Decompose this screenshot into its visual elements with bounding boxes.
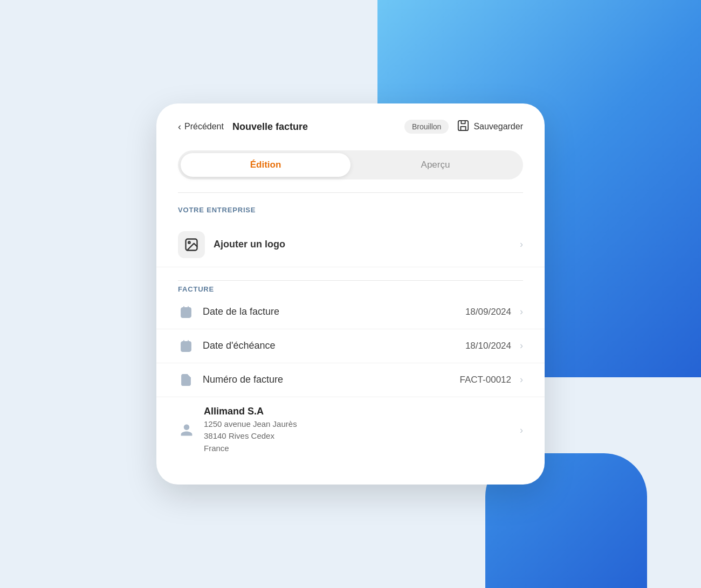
numero-label: Numéro de facture xyxy=(203,374,283,385)
svg-point-3 xyxy=(188,241,190,244)
svg-rect-1 xyxy=(461,127,466,130)
tabs-divider xyxy=(178,192,523,193)
section-divider xyxy=(178,280,523,281)
numero-chevron-icon: › xyxy=(520,374,523,385)
client-content: Allimand S.A 1250 avenue Jean Jaurès 381… xyxy=(204,406,511,455)
votre-entreprise-section-label: VOTRE ENTREPRISE xyxy=(178,206,523,214)
svg-rect-10 xyxy=(181,342,191,351)
client-address: 1250 avenue Jean Jaurès 38140 Rives Cede… xyxy=(204,418,511,455)
tabs-container: Édition Aperçu xyxy=(178,150,523,179)
numero-facture-item[interactable]: Numéro de facture FACT-00012 › xyxy=(156,363,545,397)
svg-rect-14 xyxy=(183,347,185,349)
save-icon xyxy=(457,120,469,134)
date-facture-value: 18/09/2024 xyxy=(465,307,511,317)
calendar-icon xyxy=(178,304,194,320)
calendar-echeance-icon xyxy=(178,338,194,354)
save-label: Sauvegarder xyxy=(473,122,523,132)
svg-rect-8 xyxy=(183,313,185,315)
numero-value: FACT-00012 xyxy=(460,375,511,385)
date-facture-chevron-icon: › xyxy=(520,306,523,317)
tab-edition[interactable]: Édition xyxy=(181,153,350,177)
client-country: France xyxy=(204,444,229,453)
date-echeance-content: Date d'échéance xyxy=(203,340,457,351)
phone-card: ‹ Précédent Nouvelle facture Brouillon S… xyxy=(156,103,545,485)
header: ‹ Précédent Nouvelle facture Brouillon S… xyxy=(156,103,545,145)
date-echeance-item[interactable]: Date d'échéance 18/10/2024 › xyxy=(156,329,545,363)
client-name: Allimand S.A xyxy=(204,406,511,417)
client-chevron-icon: › xyxy=(520,425,523,436)
date-facture-label: Date de la facture xyxy=(203,306,279,317)
document-icon xyxy=(178,372,194,388)
back-label: Précédent xyxy=(184,122,224,132)
svg-rect-9 xyxy=(185,313,187,315)
facture-section-label: FACTURE xyxy=(178,285,523,293)
numero-content: Numéro de facture xyxy=(203,374,451,385)
date-echeance-label: Date d'échéance xyxy=(203,340,276,351)
user-icon xyxy=(178,421,195,439)
back-button[interactable]: ‹ Précédent xyxy=(178,121,224,133)
add-logo-item[interactable]: Ajouter un logo › xyxy=(156,223,545,267)
status-badge: Brouillon xyxy=(404,120,449,134)
client-address-line1: 1250 avenue Jean Jaurès xyxy=(204,419,297,428)
client-item[interactable]: Allimand S.A 1250 avenue Jean Jaurès 381… xyxy=(156,397,545,464)
save-button[interactable]: Sauvegarder xyxy=(457,120,523,134)
add-logo-content: Ajouter un logo xyxy=(214,239,511,250)
date-facture-content: Date de la facture xyxy=(203,306,457,317)
page-title: Nouvelle facture xyxy=(232,121,396,133)
svg-rect-0 xyxy=(458,121,468,130)
back-arrow-icon: ‹ xyxy=(178,121,181,133)
add-logo-label: Ajouter un logo xyxy=(214,239,285,250)
date-echeance-value: 18/10/2024 xyxy=(465,341,511,351)
logo-placeholder-icon xyxy=(178,231,205,258)
client-address-line2: 38140 Rives Cedex xyxy=(204,431,274,440)
svg-rect-4 xyxy=(181,308,191,317)
date-echeance-chevron-icon: › xyxy=(520,340,523,351)
add-logo-chevron-icon: › xyxy=(520,239,523,250)
tab-apercu[interactable]: Aperçu xyxy=(350,153,520,177)
date-facture-item[interactable]: Date de la facture 18/09/2024 › xyxy=(156,295,545,329)
svg-rect-15 xyxy=(185,347,187,349)
